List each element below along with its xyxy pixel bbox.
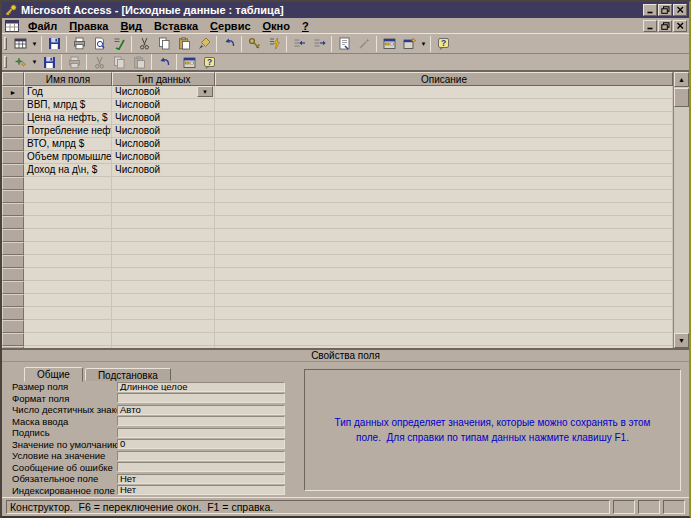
field-name-cell[interactable]: Потребление нефти, млн т xyxy=(24,125,112,138)
menu-item[interactable]: Правка xyxy=(63,20,114,32)
data-type-dropdown-button[interactable]: ▼ xyxy=(197,86,213,97)
field-name-cell[interactable] xyxy=(24,177,112,190)
save-button[interactable] xyxy=(44,35,64,53)
data-type-cell[interactable]: Числовой▼ xyxy=(112,112,215,125)
primary-key-button[interactable] xyxy=(244,35,264,53)
data-type-cell[interactable]: Числовой▼ xyxy=(112,151,215,164)
scroll-up-button[interactable]: ▲ xyxy=(674,72,689,87)
field-name-cell[interactable] xyxy=(24,333,112,346)
new-object-dropdown-caret[interactable]: ▼ xyxy=(419,35,428,53)
description-cell[interactable] xyxy=(215,268,673,281)
field-name-cell[interactable] xyxy=(24,346,112,348)
view-dropdown-caret[interactable]: ▼ xyxy=(30,35,39,53)
description-cell[interactable] xyxy=(215,307,673,320)
data-type-cell[interactable]: Числовой▼ xyxy=(112,125,215,138)
tb2-help-button[interactable]: ? xyxy=(199,55,219,70)
record-selector[interactable] xyxy=(2,203,24,216)
property-tab[interactable]: Подстановка xyxy=(85,368,171,381)
description-cell[interactable] xyxy=(215,99,673,112)
scrollbar-thumb[interactable] xyxy=(674,88,689,107)
scroll-down-button[interactable]: ▼ xyxy=(674,333,689,348)
app-close-button[interactable] xyxy=(673,4,687,16)
property-value-field[interactable]: Нет xyxy=(117,485,285,495)
property-tab[interactable]: Общие xyxy=(24,367,83,382)
description-cell[interactable] xyxy=(215,86,673,99)
description-cell[interactable] xyxy=(215,346,673,348)
menu-item[interactable]: Вставка xyxy=(148,20,204,32)
menu-item[interactable]: Окно xyxy=(257,20,296,32)
data-type-cell[interactable] xyxy=(112,242,215,255)
property-value-field[interactable] xyxy=(117,462,285,472)
column-header-data-type[interactable]: Тип данных xyxy=(112,72,215,86)
tb2-copy-button[interactable] xyxy=(109,55,129,70)
menu-item[interactable]: ? xyxy=(296,20,315,32)
field-name-cell[interactable]: ВВП, млрд $ xyxy=(24,99,112,112)
description-cell[interactable] xyxy=(215,138,673,151)
field-name-cell[interactable]: Доход на д\н, $ xyxy=(24,164,112,177)
app-minimize-button[interactable] xyxy=(643,4,657,16)
description-cell[interactable] xyxy=(215,255,673,268)
record-selector[interactable]: ► xyxy=(2,99,24,112)
description-cell[interactable] xyxy=(215,151,673,164)
description-cell[interactable] xyxy=(215,125,673,138)
field-name-cell[interactable] xyxy=(24,203,112,216)
tb2-database-window-button[interactable] xyxy=(179,55,199,70)
record-selector[interactable] xyxy=(2,242,24,255)
field-name-cell[interactable] xyxy=(24,281,112,294)
view-button[interactable] xyxy=(10,35,30,53)
description-cell[interactable] xyxy=(215,294,673,307)
cut-button[interactable] xyxy=(134,35,154,53)
data-type-cell[interactable] xyxy=(112,268,215,281)
description-cell[interactable] xyxy=(215,203,673,216)
description-cell[interactable] xyxy=(215,320,673,333)
build-button[interactable] xyxy=(354,35,374,53)
record-selector[interactable]: ► xyxy=(2,151,24,164)
description-cell[interactable] xyxy=(215,229,673,242)
record-selector[interactable]: ► xyxy=(2,138,24,151)
field-name-cell[interactable] xyxy=(24,320,112,333)
spelling-button[interactable] xyxy=(109,35,129,53)
description-cell[interactable] xyxy=(215,216,673,229)
description-cell[interactable] xyxy=(215,164,673,177)
doc-close-button[interactable] xyxy=(673,20,687,32)
tb2-new-object-button[interactable] xyxy=(10,55,30,70)
property-value-field[interactable]: Авто xyxy=(117,405,285,415)
record-selector[interactable] xyxy=(2,307,24,320)
tb2-new-dropdown-caret[interactable]: ▼ xyxy=(30,53,39,71)
record-selector[interactable]: ► xyxy=(2,125,24,138)
menu-item[interactable]: Вид xyxy=(114,20,148,32)
record-selector[interactable]: ► xyxy=(2,112,24,125)
tb2-save-button[interactable] xyxy=(39,55,59,70)
record-selector[interactable] xyxy=(2,268,24,281)
paste-button[interactable] xyxy=(174,35,194,53)
field-name-cell[interactable] xyxy=(24,307,112,320)
insert-rows-button[interactable] xyxy=(289,35,309,53)
delete-rows-button[interactable] xyxy=(309,35,329,53)
data-type-cell[interactable] xyxy=(112,294,215,307)
toolbar-drag-handle[interactable] xyxy=(4,37,7,51)
record-selector[interactable] xyxy=(2,281,24,294)
help-button[interactable]: ? xyxy=(433,35,453,53)
description-cell[interactable] xyxy=(215,333,673,346)
column-header-field-name[interactable]: Имя поля xyxy=(24,72,112,86)
data-type-cell[interactable] xyxy=(112,320,215,333)
field-name-cell[interactable] xyxy=(24,190,112,203)
data-type-cell[interactable]: Числовой▼ xyxy=(112,164,215,177)
field-name-cell[interactable] xyxy=(24,216,112,229)
property-value-field[interactable]: Длинное целое xyxy=(117,382,285,392)
data-type-cell[interactable] xyxy=(112,229,215,242)
tb2-paste-button[interactable] xyxy=(129,55,149,70)
description-cell[interactable] xyxy=(215,242,673,255)
data-type-cell[interactable] xyxy=(112,255,215,268)
record-selector[interactable] xyxy=(2,320,24,333)
property-value-field[interactable] xyxy=(117,451,285,461)
field-name-cell[interactable]: ВТО, млрд $ xyxy=(24,138,112,151)
data-type-cell[interactable]: Числовой▼ xyxy=(112,138,215,151)
description-cell[interactable] xyxy=(215,190,673,203)
description-cell[interactable] xyxy=(215,112,673,125)
data-type-cell[interactable]: Числовой▼ xyxy=(112,86,215,99)
data-type-cell[interactable] xyxy=(112,333,215,346)
database-window-button[interactable] xyxy=(379,35,399,53)
grid-vertical-scrollbar[interactable]: ▲ ▼ xyxy=(673,72,689,348)
data-type-cell[interactable] xyxy=(112,203,215,216)
